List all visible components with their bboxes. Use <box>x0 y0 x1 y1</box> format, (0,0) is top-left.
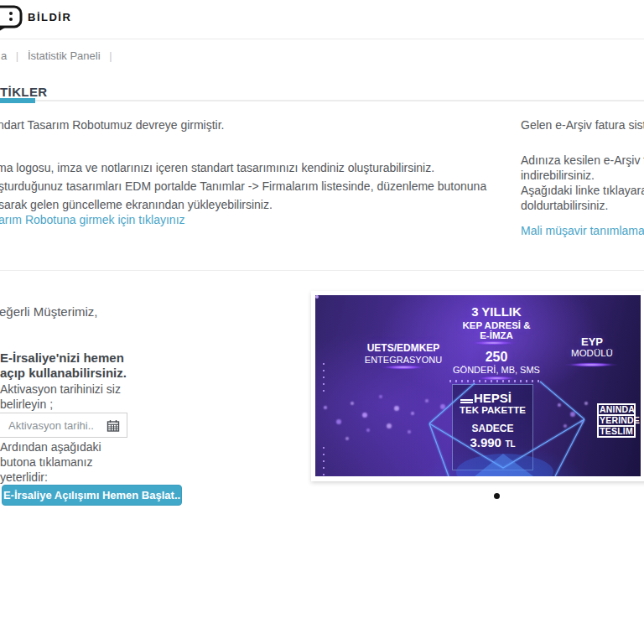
notice-right-line1: Gelen e-Arşiv fatura siste <box>521 118 644 132</box>
banner-kep-line1: 3 YILLIK <box>438 304 555 319</box>
button-hint-line1: Ardından aşağıdaki <box>0 440 101 454</box>
dotted-decoration <box>323 447 325 476</box>
breadcrumb-separator: | <box>109 49 112 62</box>
section-divider <box>0 270 644 271</box>
envelope-illustration <box>416 375 621 476</box>
notice-left-line3: şturduğunuz tasarımları EDM portalde Tan… <box>0 179 486 193</box>
mali-musavir-link[interactable]: Mali müşavir tanımlamal <box>521 224 644 237</box>
particle-decoration <box>315 295 319 299</box>
banner-eyp-line1: EYP <box>566 335 618 348</box>
banner-gonderi-line1: 250 <box>438 350 555 365</box>
carousel-dot[interactable] <box>494 493 500 499</box>
badge-line1: ANINDA <box>597 403 636 416</box>
banner-delivery-badge: ANINDA YERİNDE TESLİM <box>597 403 636 438</box>
dotted-decoration <box>323 363 325 393</box>
banner-gonderi: 250 GÖNDERİ, MB, SMS <box>438 350 555 375</box>
notice-right-line3: indirebilirsiniz. <box>521 169 595 182</box>
badge-line2: YERİNDE <box>597 414 636 427</box>
breadcrumb: a | İstatistik Paneli | <box>1 49 118 62</box>
banner-kep-line2: KEP ADRESİ & <box>438 320 555 330</box>
tab-divider-line <box>0 100 644 101</box>
promo-banner-slide[interactable]: 3 YILLIK KEP ADRESİ & E-İMZA UETS/EDMKEP… <box>311 291 644 481</box>
notice-left-line1: ndart Tasarım Robotumuz devreye girmişti… <box>0 118 225 132</box>
start-eirsaliye-button[interactable]: E-İrsaliye Açılışımı Hemen Başlat.. <box>2 485 182 506</box>
activation-hint-line1: Aktivasyon tarihinizi siz <box>0 382 121 396</box>
button-hint-line2: butona tıklamanız <box>0 455 93 469</box>
top-bar: BİLDİR <box>0 0 644 39</box>
banner-uets-line2: ENTEGRASYONU <box>364 355 443 365</box>
badge-line3: TESLİM <box>597 425 636 438</box>
notice-right-line2: Adınıza kesilen e-Arşiv fa <box>521 153 644 167</box>
breadcrumb-separator: | <box>16 49 18 62</box>
headline-line2: açıp kullanabilirsiniz. <box>0 366 127 380</box>
banner-uets-line1: UETS/EDMKEP <box>364 342 443 354</box>
app-logo[interactable]: BİLDİR <box>0 3 90 34</box>
glow-decoration <box>467 340 519 345</box>
banner-gonderi-line2: GÖNDERİ, MB, SMS <box>438 365 555 375</box>
greeting-text: eğerli Müşterimiz, <box>0 304 98 319</box>
notice-left-line2: ma logosu, imza ve notlarınızı içeren st… <box>0 161 434 174</box>
logo-text: BİLDİR <box>28 11 71 23</box>
glow-decoration <box>379 365 428 370</box>
notice-right-line5: doldurtabilirsiniz. <box>521 199 608 212</box>
banner-uets: UETS/EDMKEP ENTEGRASYONU <box>364 342 443 365</box>
activation-hint-line2: belirleyin ; <box>0 397 53 411</box>
glow-decoration <box>564 362 619 367</box>
promo-banner-image: 3 YILLIK KEP ADRESİ & E-İMZA UETS/EDMKEP… <box>315 295 641 476</box>
breadcrumb-item-istatistik-paneli[interactable]: İstatistik Paneli <box>28 49 101 62</box>
headline-line1: E-İrsaliye'nizi hemen <box>0 351 124 365</box>
notice-left-line4: sarak gelen güncelleme ekranından yükley… <box>0 198 273 211</box>
calendar-icon[interactable] <box>106 419 120 433</box>
tab-istatistikler[interactable]: TİKLER <box>0 85 48 99</box>
breadcrumb-fragment[interactable]: a <box>1 49 7 62</box>
active-tab-underline <box>0 98 35 103</box>
banner-kep-line3: E-İMZA <box>438 330 555 340</box>
speech-bubble-icon <box>0 3 26 35</box>
design-robot-link[interactable]: arım Robotuna girmek için tıklayınız <box>0 213 185 226</box>
banner-kep-offer: 3 YILLIK KEP ADRESİ & E-İMZA <box>438 304 555 340</box>
banner-eyp: EYP MODÜLÜ <box>566 335 618 358</box>
activation-date-field <box>0 413 127 438</box>
banner-eyp-line2: MODÜLÜ <box>566 348 618 358</box>
notice-right-line4: Aşağıdaki linke tıklayarak <box>521 184 644 197</box>
button-hint-line3: yeterlidir: <box>0 470 48 484</box>
